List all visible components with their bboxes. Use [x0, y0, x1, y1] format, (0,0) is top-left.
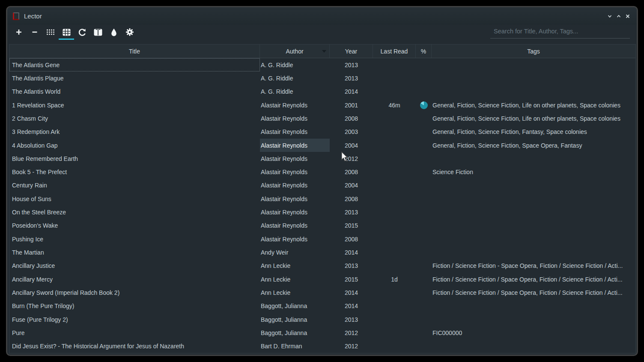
cell-title[interactable]: Book 5 - The Prefect [9, 166, 260, 179]
add-book-button[interactable] [13, 27, 24, 38]
settings-button[interactable] [124, 27, 135, 38]
column-header-author[interactable]: Author [260, 45, 330, 58]
cell-title[interactable]: On the Steel Breeze [9, 205, 260, 219]
cell-pct[interactable] [416, 246, 432, 259]
column-header-year[interactable]: Year [330, 45, 373, 58]
search-input[interactable] [490, 26, 630, 39]
cell-author[interactable]: Alastair Reynolds [260, 166, 330, 179]
cell-tags[interactable] [432, 246, 635, 259]
cell-author[interactable]: Alastair Reynolds [260, 205, 330, 219]
cover-view-button[interactable] [45, 27, 56, 38]
column-header-title[interactable]: Title [9, 45, 260, 58]
cell-year[interactable]: 2014 [330, 246, 373, 259]
table-row[interactable]: Fuse (Pure Trilogy 2)Baggott, Julianna20… [9, 313, 635, 326]
cell-tags[interactable]: Fiction / Science Fiction - Space Opera,… [432, 259, 635, 273]
cell-last[interactable] [373, 286, 416, 299]
cell-title[interactable]: The Martian [9, 246, 260, 259]
cell-tags[interactable]: General, Fiction, Science Fiction, Life … [432, 112, 635, 125]
table-row[interactable]: 3 Redemption ArkAlastair Reynolds2003Gen… [9, 125, 635, 139]
column-header-last-read[interactable]: Last Read [373, 45, 416, 58]
table-row[interactable]: Ancillary MercyAnn Leckie20151dFiction /… [9, 273, 635, 286]
table-row[interactable]: On the Steel BreezeAlastair Reynolds2013 [9, 205, 635, 219]
cell-pct[interactable] [416, 340, 432, 353]
table-row[interactable]: PureBaggott, Julianna2012FIC000000 [9, 326, 635, 339]
cell-author[interactable]: Alastair Reynolds [260, 125, 330, 139]
cell-pct[interactable] [416, 300, 432, 313]
maximize-button[interactable] [615, 13, 622, 20]
cell-tags[interactable] [432, 300, 635, 313]
cell-last[interactable] [373, 85, 416, 98]
cell-author[interactable]: Alastair Reynolds [260, 192, 330, 205]
cell-last[interactable] [373, 219, 416, 232]
cell-pct[interactable] [416, 192, 432, 205]
cell-year[interactable]: 2014 [330, 85, 373, 98]
table-row[interactable]: Burn (The Pure Trilogy)Baggott, Julianna… [9, 300, 635, 313]
table-row[interactable]: The Atlantis WorldA. G. Riddle2014 [9, 85, 635, 98]
table-row[interactable]: Blue Remembered EarthAlastair Reynolds20… [9, 152, 635, 165]
cell-pct[interactable] [416, 205, 432, 219]
cell-tags[interactable] [432, 71, 635, 85]
cell-title[interactable]: 2 Chasm City [9, 112, 260, 125]
cell-author[interactable]: Bart D. Ehrman [260, 340, 330, 353]
table-row[interactable]: 2 Chasm CityAlastair Reynolds2008General… [9, 112, 635, 125]
cell-year[interactable]: 2013 [330, 205, 373, 219]
cell-last[interactable] [373, 313, 416, 326]
delete-book-button[interactable] [29, 27, 40, 38]
cell-pct[interactable] [416, 273, 432, 286]
cell-year[interactable]: 2008 [330, 112, 373, 125]
cell-title[interactable]: 4 Absolution Gap [9, 139, 260, 152]
cell-title[interactable]: Poseidon's Wake [9, 219, 260, 232]
cell-author[interactable]: A. G. Riddle [260, 58, 330, 71]
cell-tags[interactable] [432, 58, 635, 71]
cell-author[interactable]: Ann Leckie [260, 259, 330, 273]
cell-last[interactable] [373, 326, 416, 339]
table-row[interactable]: 4 Absolution GapAlastair Reynolds2004Gen… [9, 139, 635, 152]
cell-year[interactable]: 2008 [330, 192, 373, 205]
table-row[interactable]: Ancillary Sword (Imperial Radch Book 2)A… [9, 286, 635, 299]
cell-title[interactable]: The Atlantis Plague [9, 71, 260, 85]
cell-pct[interactable] [416, 71, 432, 85]
cell-last[interactable] [373, 139, 416, 152]
cell-year[interactable]: 2013 [330, 58, 373, 71]
cell-last[interactable]: 1d [373, 273, 416, 286]
table-row[interactable]: Pushing IceAlastair Reynolds2008 [9, 232, 635, 246]
cell-year[interactable]: 2013 [330, 71, 373, 85]
cell-last[interactable] [373, 179, 416, 192]
cell-year[interactable]: 2003 [330, 125, 373, 139]
cell-last[interactable] [373, 71, 416, 85]
cell-title[interactable]: Pushing Ice [9, 232, 260, 246]
cell-pct[interactable] [416, 112, 432, 125]
reload-library-button[interactable] [77, 27, 88, 38]
cell-last[interactable] [373, 205, 416, 219]
table-row[interactable]: The Atlantis PlagueA. G. Riddle2013 [9, 71, 635, 85]
cell-year[interactable]: 2012 [330, 152, 373, 165]
table-row[interactable]: Ancillary JusticeAnn Leckie2013Fiction /… [9, 259, 635, 273]
cell-title[interactable]: Fuse (Pure Trilogy 2) [9, 313, 260, 326]
cell-title[interactable]: Blue Remembered Earth [9, 152, 260, 165]
cell-pct[interactable] [416, 98, 432, 112]
cell-last[interactable] [373, 259, 416, 273]
cell-author[interactable]: Alastair Reynolds [260, 219, 330, 232]
cell-author[interactable]: Baggott, Julianna [260, 326, 330, 339]
cell-tags[interactable] [432, 179, 635, 192]
cell-pct[interactable] [416, 139, 432, 152]
cell-year[interactable]: 2015 [330, 273, 373, 286]
cell-title[interactable]: Ancillary Sword (Imperial Radch Book 2) [9, 286, 260, 299]
cell-pct[interactable] [416, 232, 432, 246]
cell-year[interactable]: 2012 [330, 326, 373, 339]
cell-tags[interactable] [432, 313, 635, 326]
cell-pct[interactable] [416, 152, 432, 165]
cell-author[interactable]: Baggott, Julianna [260, 300, 330, 313]
cell-last[interactable] [373, 232, 416, 246]
library-button[interactable] [92, 27, 104, 38]
cell-year[interactable]: 2004 [330, 179, 373, 192]
cell-year[interactable]: 2013 [330, 259, 373, 273]
cell-title[interactable]: 3 Redemption Ark [9, 125, 260, 139]
cell-title[interactable]: Burn (The Pure Trilogy) [9, 300, 260, 313]
cell-pct[interactable] [416, 125, 432, 139]
table-row[interactable]: Poseidon's WakeAlastair Reynolds2015 [9, 219, 635, 232]
cell-last[interactable] [373, 192, 416, 205]
cell-last[interactable] [373, 340, 416, 353]
cell-tags[interactable]: General, Fiction, Science Fiction, Space… [432, 139, 635, 152]
cell-title[interactable]: Century Rain [9, 179, 260, 192]
